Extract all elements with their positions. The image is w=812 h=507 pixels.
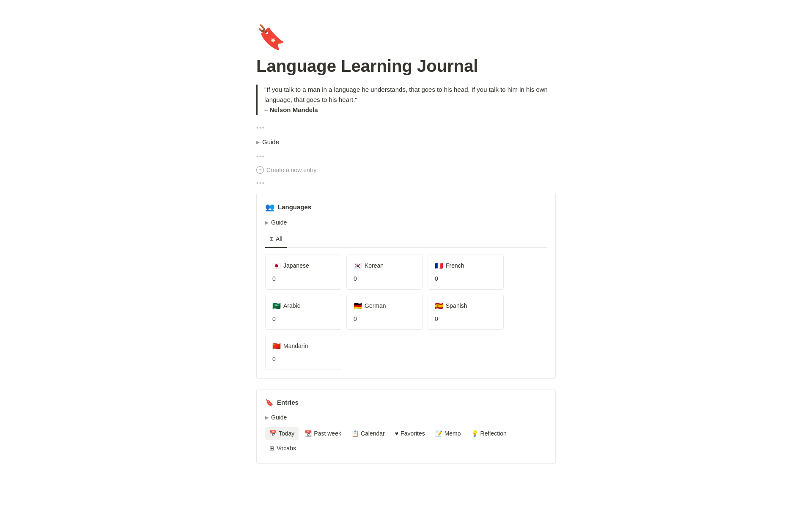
tab-favorites[interactable]: ♥ Favorites — [391, 427, 429, 440]
german-card-name: 🇩🇪 German — [354, 301, 415, 311]
create-entry-label: Create a new entry — [266, 167, 316, 173]
guide-label-1: Guide — [262, 137, 279, 147]
language-card-arabic[interactable]: 🇸🇦 Arabic 0 — [265, 295, 341, 330]
tab-reflection-label: Reflection — [480, 429, 507, 438]
tab-favorites-label: Favorites — [401, 429, 425, 438]
tab-vocabs-label: Vocabs — [277, 444, 296, 453]
entries-db-title: Entries — [277, 398, 299, 408]
french-card-name: 🇫🇷 French — [435, 261, 497, 271]
language-card-german[interactable]: 🇩🇪 German 0 — [346, 295, 422, 330]
chevron-right-icon-3: ▶ — [265, 414, 269, 421]
tab-past-week[interactable]: 📆 Past week — [300, 427, 346, 440]
german-name: German — [365, 301, 386, 310]
tab-all[interactable]: ⊞ All — [265, 232, 287, 248]
korean-name: Korean — [365, 261, 384, 270]
entries-database: 🔖 Entries ▶ Guide 📅 Today 📆 Past week 📋 … — [256, 389, 556, 464]
language-card-japanese[interactable]: 🇯🇵 Japanese 0 — [265, 255, 341, 290]
quote-author: – Nelson Mandela — [264, 105, 556, 115]
arabic-name: Arabic — [283, 301, 300, 310]
languages-tabs: ⊞ All — [265, 232, 547, 248]
entries-tabs: 📅 Today 📆 Past week 📋 Calendar ♥ Favorit… — [265, 427, 547, 455]
plus-circle-icon: + — [256, 166, 264, 174]
quote-text: "If you talk to a man in a language he u… — [264, 85, 556, 105]
language-card-spanish[interactable]: 🇪🇸 Spanish 0 — [428, 295, 504, 330]
french-name: French — [446, 261, 464, 270]
japanese-flag: 🇯🇵 — [272, 261, 281, 271]
spanish-card-name: 🇪🇸 Spanish — [435, 301, 497, 311]
calendar-today-icon: 📅 — [269, 429, 277, 438]
german-count: 0 — [354, 315, 415, 323]
dots-3: ••• — [256, 179, 556, 188]
quote-block: "If you talk to a man in a language he u… — [256, 85, 556, 115]
grid-icon: ⊞ — [269, 235, 274, 243]
vocabs-icon: ⊞ — [269, 444, 274, 453]
arabic-card-name: 🇸🇦 Arabic — [272, 301, 334, 311]
languages-cards-grid: 🇯🇵 Japanese 0 🇰🇷 Korean 0 🇫🇷 French 0 — [265, 255, 547, 370]
mandarin-name: Mandarin — [283, 342, 308, 351]
tab-reflection[interactable]: 💡 Reflection — [467, 427, 511, 440]
language-card-korean[interactable]: 🇰🇷 Korean 0 — [346, 255, 422, 290]
languages-db-header: 👥 Languages — [265, 202, 547, 213]
languages-database: 👥 Languages ▶ Guide ⊞ All 🇯🇵 Japanese 0 — [256, 193, 556, 379]
mandarin-flag: 🇨🇳 — [272, 341, 281, 351]
tab-all-label: All — [276, 235, 283, 244]
german-flag: 🇩🇪 — [354, 301, 362, 311]
spanish-name: Spanish — [446, 301, 467, 310]
page-title: Language Learning Journal — [256, 56, 556, 76]
tab-past-week-label: Past week — [314, 429, 341, 438]
chevron-right-icon: ▶ — [256, 139, 260, 146]
chevron-right-icon-2: ▶ — [265, 219, 269, 226]
heart-icon: ♥ — [395, 429, 398, 438]
spanish-count: 0 — [435, 315, 497, 323]
tab-memo[interactable]: 📝 Memo — [431, 427, 465, 440]
entries-bookmark-icon: 🔖 — [265, 398, 274, 408]
tab-today[interactable]: 📅 Today — [265, 427, 299, 440]
calendar-week-icon: 📆 — [304, 429, 312, 438]
arabic-count: 0 — [272, 315, 334, 323]
reflection-icon: 💡 — [471, 429, 478, 438]
tab-today-label: Today — [279, 429, 294, 438]
japanese-count: 0 — [272, 274, 334, 283]
arabic-flag: 🇸🇦 — [272, 301, 281, 311]
tab-calendar[interactable]: 📋 Calendar — [347, 427, 389, 440]
tab-vocabs[interactable]: ⊞ Vocabs — [265, 442, 300, 455]
korean-count: 0 — [354, 274, 415, 283]
french-flag: 🇫🇷 — [435, 261, 443, 271]
entries-guide-toggle[interactable]: ▶ Guide — [265, 413, 547, 422]
memo-icon: 📝 — [435, 429, 442, 438]
korean-card-name: 🇰🇷 Korean — [354, 261, 415, 271]
japanese-name: Japanese — [283, 261, 309, 270]
language-card-french[interactable]: 🇫🇷 French 0 — [428, 255, 504, 290]
dots-1: ••• — [256, 123, 556, 132]
languages-db-title: Languages — [278, 203, 311, 212]
language-card-mandarin[interactable]: 🇨🇳 Mandarin 0 — [265, 335, 341, 370]
entries-guide-label: Guide — [271, 413, 287, 422]
japanese-card-name: 🇯🇵 Japanese — [272, 261, 334, 271]
french-count: 0 — [435, 274, 497, 283]
tab-memo-label: Memo — [444, 429, 461, 438]
mandarin-count: 0 — [272, 355, 334, 364]
page-container: 🔖 Language Learning Journal "If you talk… — [216, 0, 596, 507]
page-icon: 🔖 — [256, 25, 556, 49]
bookmark-icon: 🔖 — [256, 25, 556, 49]
entries-db-header: 🔖 Entries — [265, 398, 547, 408]
languages-db-icon: 👥 — [265, 202, 274, 213]
spanish-flag: 🇪🇸 — [435, 301, 443, 311]
calendar-icon: 📋 — [351, 429, 359, 438]
mandarin-card-name: 🇨🇳 Mandarin — [272, 341, 334, 351]
dots-2: ••• — [256, 152, 556, 161]
languages-guide-toggle[interactable]: ▶ Guide — [265, 218, 547, 227]
tab-calendar-label: Calendar — [361, 429, 385, 438]
languages-guide-label: Guide — [271, 218, 287, 227]
create-entry-button[interactable]: + Create a new entry — [256, 166, 316, 174]
korean-flag: 🇰🇷 — [354, 261, 362, 271]
guide-toggle-1[interactable]: ▶ Guide — [256, 137, 556, 147]
